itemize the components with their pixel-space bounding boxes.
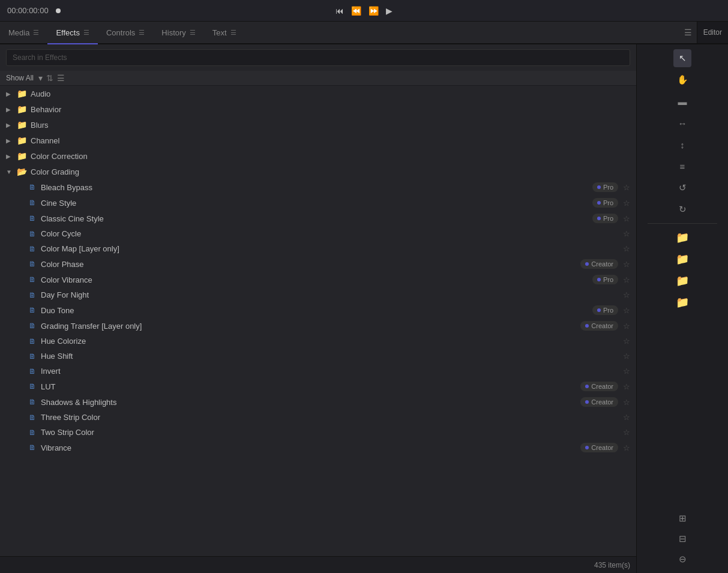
tab-media[interactable]: Media ☰ bbox=[0, 22, 47, 44]
folder-button-1[interactable]: 📁 bbox=[673, 229, 691, 247]
effect-color-cycle[interactable]: 🗎 Color Cycle ☆ bbox=[0, 226, 636, 241]
star-invert[interactable]: ☆ bbox=[623, 367, 630, 376]
tab-effects-icon: ☰ bbox=[83, 29, 89, 37]
badge-shadows-highlights: Creator bbox=[580, 397, 618, 407]
category-behavior[interactable]: ▶ 📁 Behavior bbox=[0, 101, 636, 117]
star-color-phase[interactable]: ☆ bbox=[623, 260, 630, 269]
folder-button-4[interactable]: 📁 bbox=[673, 293, 691, 311]
effect-duo-tone[interactable]: 🗎 Duo Tone Pro ☆ bbox=[0, 302, 636, 318]
star-color-map[interactable]: ☆ bbox=[623, 244, 630, 253]
star-day-for-night[interactable]: ☆ bbox=[623, 290, 630, 299]
minus-h-icon: ▬ bbox=[678, 97, 687, 107]
play-button[interactable]: ▶ bbox=[386, 6, 393, 16]
cursor-tool-button[interactable]: ↖ bbox=[673, 49, 691, 67]
doc-icon-bleach-bypass: 🗎 bbox=[29, 183, 36, 191]
category-color-correction-label: Color Correction bbox=[31, 152, 88, 161]
effect-lut[interactable]: 🗎 LUT Creator ☆ bbox=[0, 379, 636, 394]
category-audio[interactable]: ▶ 📁 Audio bbox=[0, 86, 636, 101]
category-color-correction[interactable]: ▶ 📁 Color Correction bbox=[0, 148, 636, 164]
star-hue-shift[interactable]: ☆ bbox=[623, 352, 630, 361]
star-color-vibrance[interactable]: ☆ bbox=[623, 275, 630, 284]
step-back-button[interactable]: ⏪ bbox=[351, 6, 361, 16]
star-cine-style[interactable]: ☆ bbox=[623, 199, 630, 208]
star-vibrance[interactable]: ☆ bbox=[623, 443, 630, 452]
filter-dropdown-icon[interactable]: ▾ bbox=[38, 73, 43, 83]
category-behavior-label: Behavior bbox=[31, 105, 61, 114]
tab-controls[interactable]: Controls ☰ bbox=[98, 22, 153, 44]
effect-classic-cine-style[interactable]: 🗎 Classic Cine Style Pro ☆ bbox=[0, 211, 636, 226]
undo-button[interactable]: ↺ bbox=[673, 179, 691, 197]
category-channel[interactable]: ▶ 📁 Channel bbox=[0, 133, 636, 148]
effects-panel: Show All ▾ ⇅ ☰ ▶ 📁 Audio ▶ 📁 Behavior bbox=[0, 44, 636, 573]
folder-color-grading-icon: 📂 bbox=[17, 167, 27, 176]
badge-dot-color-vibrance bbox=[597, 278, 601, 281]
equalizer-button[interactable]: ⊟ bbox=[673, 530, 691, 548]
effect-color-phase[interactable]: 🗎 Color Phase Creator ☆ bbox=[0, 256, 636, 272]
badge-label-color-vibrance: Pro bbox=[603, 276, 613, 283]
tab-effects[interactable]: Effects ☰ bbox=[47, 22, 98, 44]
badge-dot-color-phase bbox=[585, 262, 589, 266]
search-input[interactable] bbox=[6, 49, 630, 66]
star-two-strip-color[interactable]: ☆ bbox=[623, 428, 630, 437]
star-hue-colorize[interactable]: ☆ bbox=[623, 337, 630, 346]
star-lut[interactable]: ☆ bbox=[623, 382, 630, 391]
effect-hue-colorize[interactable]: 🗎 Hue Colorize ☆ bbox=[0, 334, 636, 349]
effect-day-for-night[interactable]: 🗎 Day For Night ☆ bbox=[0, 287, 636, 302]
effect-two-strip-color[interactable]: 🗎 Two Strip Color ☆ bbox=[0, 425, 636, 440]
lines-button[interactable]: ≡ bbox=[673, 157, 691, 175]
search-bar bbox=[0, 44, 636, 71]
badge-dot-bleach-bypass bbox=[597, 185, 601, 189]
right-sidebar: ↖ ✋ ▬ ↔ ↕ ≡ ↺ ↻ 📁 📁 📁 bbox=[636, 44, 728, 573]
filter-icons: ▾ ⇅ ☰ bbox=[38, 73, 65, 83]
doc-icon-cine-style: 🗎 bbox=[29, 199, 36, 207]
tab-controls-icon: ☰ bbox=[139, 29, 145, 37]
main-content: Show All ▾ ⇅ ☰ ▶ 📁 Audio ▶ 📁 Behavior bbox=[0, 44, 728, 573]
effect-vibrance[interactable]: 🗎 Vibrance Creator ☆ bbox=[0, 440, 636, 455]
effect-color-vibrance[interactable]: 🗎 Color Vibrance Pro ☆ bbox=[0, 272, 636, 287]
star-duo-tone[interactable]: ☆ bbox=[623, 306, 630, 315]
effect-cine-style[interactable]: 🗎 Cine Style Pro ☆ bbox=[0, 195, 636, 211]
tab-menu-icon[interactable]: ☰ bbox=[684, 28, 692, 37]
tab-text[interactable]: Text ☰ bbox=[204, 22, 245, 44]
category-color-grading[interactable]: ▼ 📂 Color Grading bbox=[0, 164, 636, 179]
folder-button-2[interactable]: 📁 bbox=[673, 250, 691, 268]
badge-dot-classic-cine-style bbox=[597, 217, 601, 220]
star-bleach-bypass[interactable]: ☆ bbox=[623, 183, 630, 192]
star-color-cycle[interactable]: ☆ bbox=[623, 229, 630, 238]
equalizer-icon: ⊟ bbox=[679, 533, 687, 544]
doc-icon-lut: 🗎 bbox=[29, 382, 36, 391]
sort-icon[interactable]: ⇅ bbox=[46, 73, 53, 83]
folder-button-3[interactable]: 📁 bbox=[673, 272, 691, 290]
editor-label: Editor bbox=[697, 22, 728, 43]
badge-color-vibrance: Pro bbox=[592, 275, 618, 284]
step-forward-button[interactable]: ⏩ bbox=[369, 6, 379, 16]
hand-tool-button[interactable]: ✋ bbox=[673, 71, 691, 89]
effect-bleach-bypass[interactable]: 🗎 Bleach Bypass Pro ☆ bbox=[0, 179, 636, 195]
doc-icon-classic-cine-style: 🗎 bbox=[29, 214, 36, 223]
effect-shadows-highlights[interactable]: 🗎 Shadows & Highlights Creator ☆ bbox=[0, 394, 636, 410]
minus-h-button[interactable]: ▬ bbox=[673, 92, 691, 110]
badge-label-vibrance: Creator bbox=[591, 444, 613, 451]
badge-duo-tone: Pro bbox=[592, 305, 618, 315]
category-blurs[interactable]: ▶ 📁 Blurs bbox=[0, 117, 636, 133]
chevron-blurs: ▶ bbox=[6, 122, 13, 128]
star-classic-cine-style[interactable]: ☆ bbox=[623, 214, 630, 223]
sliders-button[interactable]: ⊞ bbox=[673, 509, 691, 527]
effect-color-map[interactable]: 🗎 Color Map [Layer only] ☆ bbox=[0, 241, 636, 256]
effect-invert[interactable]: 🗎 Invert ☆ bbox=[0, 364, 636, 379]
list-view-icon[interactable]: ☰ bbox=[57, 73, 65, 83]
star-shadows-highlights[interactable]: ☆ bbox=[623, 398, 630, 407]
effect-hue-shift[interactable]: 🗎 Hue Shift ☆ bbox=[0, 349, 636, 364]
go-to-start-button[interactable]: ⏮ bbox=[335, 6, 344, 16]
tab-history[interactable]: History ☰ bbox=[153, 22, 203, 44]
folder-blue-icon-4: 📁 bbox=[676, 296, 689, 309]
star-grading-transfer[interactable]: ☆ bbox=[623, 322, 630, 331]
star-three-strip-color[interactable]: ☆ bbox=[623, 413, 630, 422]
tab-controls-label: Controls bbox=[106, 28, 135, 37]
arrows-v-button[interactable]: ↕ bbox=[673, 136, 691, 154]
arrows-h-button[interactable]: ↔ bbox=[673, 114, 691, 132]
redo-button[interactable]: ↻ bbox=[673, 200, 691, 218]
effect-three-strip-color[interactable]: 🗎 Three Strip Color ☆ bbox=[0, 410, 636, 425]
minus-circle-button[interactable]: ⊖ bbox=[673, 550, 691, 568]
effect-grading-transfer[interactable]: 🗎 Grading Transfer [Layer only] Creator … bbox=[0, 318, 636, 334]
